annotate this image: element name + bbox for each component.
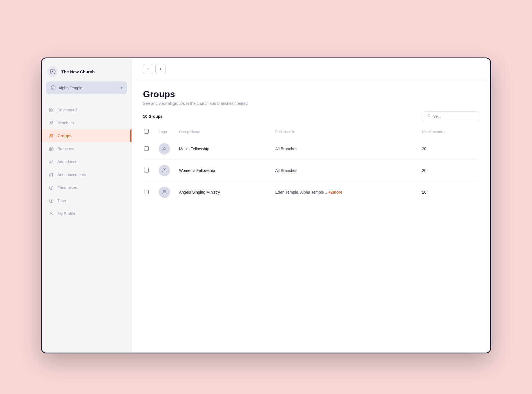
sidebar-item-members[interactable]: Members (42, 116, 131, 129)
attendance-label: Attendance (57, 160, 77, 164)
svg-point-19 (163, 147, 164, 148)
row-member-count: 20 (417, 138, 479, 160)
members-label: Members (57, 121, 74, 125)
groups-icon (48, 133, 54, 139)
profile-icon (48, 211, 54, 216)
announcements-icon (48, 172, 54, 178)
row-checkbox[interactable] (144, 168, 149, 172)
row-member-count: 20 (417, 181, 479, 203)
fundraisers-label: Fundraisers (57, 185, 78, 190)
branch-selector[interactable]: Alpha Temple ▾ (46, 81, 127, 94)
more-badge[interactable]: +2more (328, 190, 342, 194)
row-group-name: Men's Fellowship (175, 138, 271, 160)
sidebar-item-branches[interactable]: Branches (42, 142, 131, 155)
row-group-name: Angels Singing Ministry (175, 181, 271, 203)
members-icon (48, 120, 54, 126)
col-logo: Logo (154, 126, 175, 138)
row-logo-cell (154, 138, 175, 160)
church-selector[interactable]: The New Church (42, 58, 131, 81)
branches-label: Branches (57, 147, 74, 151)
dashboard-icon (48, 107, 54, 113)
svg-point-24 (165, 190, 166, 192)
svg-point-12 (50, 160, 51, 161)
table-header-row: Logo Group Name Published in No of memb.… (143, 126, 479, 138)
col-checkbox (143, 126, 154, 138)
group-logo (159, 187, 170, 198)
tithe-label: Tithe (57, 198, 66, 203)
svg-rect-5 (52, 110, 53, 112)
svg-point-17 (50, 212, 52, 214)
tithe-icon (48, 198, 54, 203)
forward-button[interactable] (155, 64, 166, 74)
main-content: Groups See and view all groups in the ch… (132, 58, 490, 353)
church-name: The New Church (61, 69, 95, 74)
church-logo (47, 66, 58, 77)
svg-rect-2 (49, 108, 51, 109)
svg-point-23 (163, 190, 164, 192)
sidebar: The New Church Alpha Temple ▾ (42, 58, 132, 353)
table-row[interactable]: Women's Fellowship All Branches 20 (143, 160, 479, 181)
page-title: Groups (143, 89, 479, 99)
row-checkbox-cell (143, 160, 154, 181)
svg-point-21 (163, 169, 164, 170)
nav-section: Dashboard Members (42, 101, 131, 353)
svg-point-9 (52, 134, 53, 135)
row-published-in: Eden Temple, Alpha Temple ...+2more (271, 181, 417, 203)
fundraisers-icon (48, 185, 54, 191)
page-header: Groups See and view all groups in the ch… (132, 80, 490, 111)
branch-name: Alpha Temple (59, 86, 82, 90)
table: Logo Group Name Published in No of memb.… (143, 126, 479, 203)
search-icon (427, 114, 431, 119)
sidebar-item-myprofile[interactable]: My Profile (42, 207, 131, 220)
groups-toolbar: 10 Groups (132, 111, 490, 126)
myprofile-label: My Profile (57, 211, 75, 216)
chevron-down-icon: ▾ (121, 86, 122, 90)
page-subtitle: See and view all groups in the church an… (143, 101, 479, 106)
row-group-name: Women's Fellowship (175, 160, 271, 181)
svg-point-20 (165, 147, 166, 148)
row-logo-cell (154, 160, 175, 181)
back-button[interactable] (143, 64, 153, 74)
col-group-name: Group Name (175, 126, 271, 138)
sidebar-item-attendance[interactable]: Attendance (42, 155, 131, 168)
groups-count: 10 Groups (143, 114, 162, 119)
svg-point-10 (50, 134, 51, 135)
attendance-icon (48, 159, 54, 165)
dashboard-label: Dashboard (57, 108, 77, 112)
sidebar-item-announcements[interactable]: Announcements (42, 168, 131, 181)
row-member-count: 20 (417, 160, 479, 181)
branch-selector-left: Alpha Temple (51, 85, 82, 91)
select-all-checkbox[interactable] (144, 129, 149, 134)
row-published-in: All Branches (271, 160, 417, 181)
branch-icon (51, 85, 56, 91)
svg-point-22 (165, 169, 166, 170)
sidebar-item-dashboard[interactable]: Dashboard (42, 103, 131, 116)
table-row[interactable]: Angels Singing Ministry Eden Temple, Alp… (143, 181, 479, 203)
row-checkbox[interactable] (144, 146, 149, 151)
table-row[interactable]: Men's Fellowship All Branches 20 (143, 138, 479, 160)
groups-label: Groups (57, 134, 71, 138)
search-input[interactable] (433, 114, 475, 118)
row-checkbox-cell (143, 138, 154, 160)
col-published-in: Published in (271, 126, 417, 138)
svg-rect-4 (49, 110, 51, 112)
col-members: No of memb... (417, 126, 479, 138)
groups-table: Logo Group Name Published in No of memb.… (132, 126, 490, 353)
group-logo (159, 143, 170, 154)
sidebar-item-groups[interactable]: Groups (42, 129, 131, 142)
top-nav (132, 58, 490, 80)
row-checkbox[interactable] (144, 190, 149, 194)
row-published-in: All Branches (271, 138, 417, 160)
search-box[interactable] (423, 111, 479, 121)
announcements-label: Announcements (57, 172, 86, 177)
svg-point-7 (52, 121, 53, 122)
app-window: The New Church Alpha Temple ▾ (41, 57, 491, 353)
branches-icon (48, 146, 54, 152)
row-checkbox-cell (143, 181, 154, 203)
sidebar-item-fundraisers[interactable]: Fundraisers (42, 181, 131, 194)
svg-point-6 (50, 121, 51, 123)
row-logo-cell (154, 181, 175, 203)
group-logo (159, 165, 170, 176)
sidebar-item-tithe[interactable]: Tithe (42, 194, 131, 207)
svg-rect-3 (52, 108, 53, 109)
